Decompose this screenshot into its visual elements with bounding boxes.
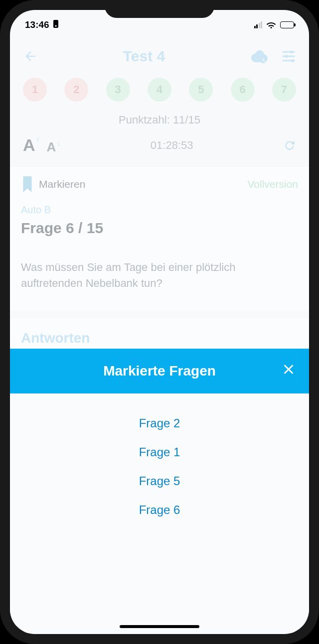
- sheet-close-button[interactable]: [282, 363, 295, 380]
- svg-point-1: [55, 25, 56, 26]
- home-indicator[interactable]: [120, 625, 199, 628]
- sheet-title: Markierte Fragen: [103, 363, 216, 379]
- marked-questions-sheet: Markierte Fragen Frage 2 Frage 1 Frage 5…: [10, 349, 309, 634]
- refresh-button[interactable]: [283, 139, 296, 152]
- answers-heading: Antworten: [21, 330, 298, 346]
- wifi-icon: [266, 21, 276, 29]
- font-increase-button[interactable]: A↑: [23, 135, 40, 155]
- question-number: Frage 6 / 15: [21, 220, 298, 237]
- svg-point-4: [285, 55, 288, 58]
- back-button[interactable]: [23, 49, 38, 64]
- svg-point-2: [260, 57, 266, 63]
- marked-question-link[interactable]: Frage 6: [139, 503, 180, 517]
- page-title: Test 4: [123, 48, 165, 65]
- sheet-header: Markierte Fragen: [10, 349, 309, 393]
- question-bubble-4[interactable]: 4: [148, 78, 171, 102]
- marked-question-link[interactable]: Frage 2: [139, 416, 180, 430]
- font-decrease-button[interactable]: A↓: [47, 139, 61, 155]
- question-bubble-3[interactable]: 3: [106, 78, 130, 102]
- question-bubble-7[interactable]: 7: [272, 78, 296, 102]
- timer-row: A↑ A↓ 01:28:53: [10, 132, 309, 164]
- cell-signal-icon: [254, 21, 263, 28]
- mark-label: Markieren: [39, 178, 85, 190]
- vollversion-link[interactable]: Vollversion: [247, 178, 298, 190]
- marked-question-link[interactable]: Frage 5: [139, 474, 180, 488]
- status-time: 13:46: [25, 19, 49, 30]
- question-bubble-6[interactable]: 6: [231, 78, 255, 102]
- screen: 13:46 Test 4: [10, 10, 309, 634]
- question-bubble-5[interactable]: 5: [189, 78, 213, 102]
- cloud-sync-icon[interactable]: [250, 49, 268, 64]
- background-content-dimmed: Test 4 1 2 3 4 5 6 7 Punktz: [10, 35, 309, 358]
- question-text: Was müssen Sie am Tage bei einer plötzli…: [21, 259, 298, 291]
- sim-icon: [52, 19, 59, 31]
- battery-icon: [280, 21, 294, 28]
- mark-button[interactable]: Markieren: [21, 176, 85, 192]
- top-bar: Test 4: [10, 35, 309, 75]
- settings-sliders-icon[interactable]: [281, 49, 296, 64]
- score-label: Punktzahl: 11/15: [10, 111, 309, 132]
- question-bubble-2[interactable]: 2: [64, 78, 88, 102]
- phone-notch: [105, 0, 214, 18]
- sheet-body: Frage 2 Frage 1 Frage 5 Frage 6: [10, 393, 309, 540]
- marked-question-link[interactable]: Frage 1: [139, 445, 180, 459]
- question-card: Markieren Vollversion Auto B Frage 6 / 1…: [10, 166, 309, 311]
- timer-value: 01:28:53: [151, 139, 193, 152]
- phone-frame: 13:46 Test 4: [0, 0, 319, 644]
- question-nav-bubbles: 1 2 3 4 5 6 7: [10, 75, 309, 111]
- category-label: Auto B: [21, 204, 298, 216]
- svg-point-5: [291, 59, 294, 62]
- question-bubble-1[interactable]: 1: [23, 78, 47, 102]
- svg-point-3: [290, 50, 293, 53]
